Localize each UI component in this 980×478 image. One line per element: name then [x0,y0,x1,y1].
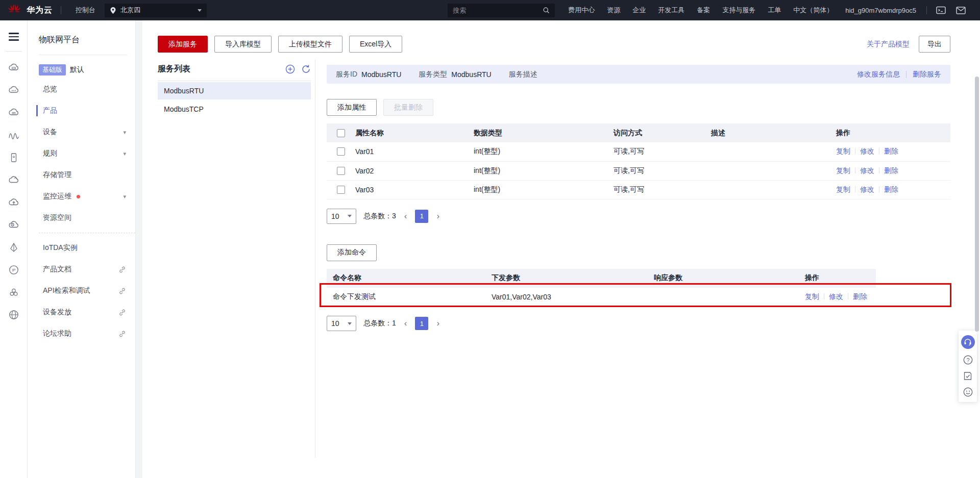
page-size-select[interactable]: 10 [327,209,356,224]
hamburger-menu-icon[interactable] [9,31,19,43]
add-circle-icon[interactable] [285,64,295,74]
delete-service-link[interactable]: 删除服务 [913,70,941,79]
chevron-down-icon: ▾ [123,129,126,136]
sidebar-item-device-provisioning[interactable]: 设备发放 [28,301,135,323]
prism-icon[interactable] [0,236,27,259]
page-scrollbar[interactable] [975,77,979,332]
search-input[interactable] [453,7,543,14]
feedback-icon[interactable] [963,371,973,381]
sidebar-item-iotda-instances[interactable]: IoTDA实例 [28,237,135,259]
sidebar-item-product-docs[interactable]: 产品文档 [28,259,135,280]
prev-page-icon[interactable]: ‹ [403,318,408,329]
cloud-upload-icon[interactable] [0,191,27,214]
table-row: Var01 int(整型) 可读,可写 复制修改删除 [327,142,950,161]
import-library-model-button[interactable]: 导入库模型 [214,36,272,53]
edit-link[interactable]: 修改 [860,185,874,193]
next-page-icon[interactable]: › [435,211,440,221]
add-service-button[interactable]: 添加服务 [158,36,208,53]
sidebar-item-storage[interactable]: 存储管理 [28,164,135,186]
copy-link[interactable]: 复制 [836,166,850,174]
cloud-server-icon[interactable] [0,57,27,79]
sidebar-item-products[interactable]: 产品 [28,100,135,121]
excel-import-button[interactable]: Excel导入 [349,36,402,53]
copy-link[interactable]: 复制 [805,292,819,300]
sidebar-item-rules[interactable]: 规则 ▾ [28,143,135,164]
delete-link[interactable]: 删除 [884,185,898,193]
sidebar-item-forum-help[interactable]: 论坛求助 [28,323,135,344]
cloud-icon[interactable] [0,169,27,191]
region-select[interactable]: 北京四 [105,4,207,17]
cli-terminal-icon[interactable] [936,6,946,14]
globe-icon[interactable] [0,304,27,326]
cloud-list-icon[interactable] [0,102,27,124]
edit-service-link[interactable]: 修改服务信息 [857,70,900,79]
nav-ticket[interactable]: 工单 [768,6,781,15]
about-product-model-link[interactable]: 关于产品模型 [867,40,910,49]
row-checkbox[interactable] [337,147,345,156]
huawei-logo[interactable]: 华为云 [7,4,53,17]
add-property-button[interactable]: 添加属性 [327,99,377,116]
prev-page-icon[interactable]: ‹ [403,211,408,221]
sidebar-item-overview[interactable]: 总览 [28,79,135,100]
sidebar-item-resource-spaces[interactable]: 资源空间 [28,207,135,229]
console-link[interactable]: 控制台 [76,6,95,15]
mail-icon[interactable] [956,7,966,14]
select-all-checkbox[interactable] [337,129,345,137]
command-response [650,288,801,307]
upload-model-file-button[interactable]: 上传模型文件 [278,36,342,53]
service-list-title: 服务列表 [158,64,285,74]
edit-link[interactable]: 修改 [860,166,874,174]
row-checkbox[interactable] [337,167,345,175]
page-size-select[interactable]: 10 [327,316,356,331]
support-headset-icon[interactable] [961,335,975,349]
sidebar-item-devices[interactable]: 设备 ▾ [28,121,135,143]
page-number-button[interactable]: 1 [415,210,428,223]
help-question-icon[interactable]: ? [963,355,973,365]
topbar-search[interactable] [448,4,555,17]
nav-devtools[interactable]: 开发工具 [658,6,684,15]
huawei-flower-icon [7,4,21,17]
total-count-label: 总条数：1 [363,319,396,328]
cluster-icon[interactable] [0,281,27,304]
sidebar-item-api-explorer[interactable]: API检索和调试 [28,280,135,301]
nav-support[interactable]: 支持与服务 [722,6,755,15]
page-number-button[interactable]: 1 [415,317,428,330]
add-command-button[interactable]: 添加命令 [327,244,377,261]
smiley-face-icon[interactable] [963,387,973,397]
commands-pagination: 10 总条数：1 ‹ 1 › [327,316,950,331]
main-content: 添加服务 导入库模型 上传模型文件 Excel导入 关于产品模型 导出 服务列表 [142,20,980,478]
cloud-clock-icon[interactable] [0,214,27,236]
sidebar-item-monitoring[interactable]: 监控运维 ▾ [28,186,135,207]
select-caret-icon [348,322,352,325]
service-item-modbusrtu[interactable]: ModbusRTU [158,82,311,99]
ip-circle-icon[interactable]: IP [0,259,27,281]
brand-name[interactable]: 华为云 [27,5,53,16]
svg-text:IP: IP [12,268,15,272]
nav-enterprise[interactable]: 企业 [632,6,646,15]
service-item-modbustcp[interactable]: ModbusTCP [158,100,311,118]
row-checkbox[interactable] [337,186,345,194]
device-icon[interactable] [0,146,27,169]
col-data-type: 数据类型 [470,123,609,142]
nav-account[interactable]: hid_g90m7wbmdrp9oc5 [845,7,916,14]
nav-billing[interactable]: 费用中心 [568,6,595,15]
waves-icon[interactable] [0,124,27,146]
chevron-down-icon: ▾ [123,150,126,157]
edit-link[interactable]: 修改 [829,292,843,300]
edit-link[interactable]: 修改 [860,147,874,155]
cloud-dots-icon[interactable] [0,79,27,102]
nav-resources[interactable]: 资源 [607,6,620,15]
delete-link[interactable]: 删除 [884,166,898,174]
copy-link[interactable]: 复制 [836,185,850,193]
export-button[interactable]: 导出 [919,36,950,53]
refresh-icon[interactable] [301,64,311,74]
delete-link[interactable]: 删除 [884,147,898,155]
search-icon[interactable] [543,6,550,14]
next-page-icon[interactable]: › [435,318,440,329]
external-link-icon [118,287,126,295]
copy-link[interactable]: 复制 [836,147,850,155]
sidebar-scrollbar[interactable] [136,20,142,478]
nav-language[interactable]: 中文（简体） [793,6,833,15]
delete-link[interactable]: 删除 [853,292,867,300]
nav-icp[interactable]: 备案 [697,6,710,15]
